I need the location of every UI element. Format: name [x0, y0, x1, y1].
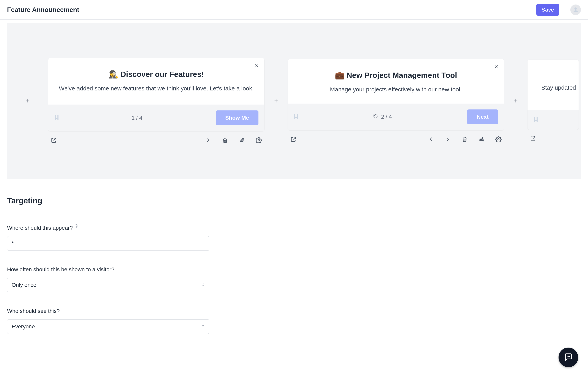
settings-button[interactable]	[256, 137, 262, 143]
add-slot-1	[264, 97, 288, 105]
svg-point-3	[258, 140, 260, 141]
card-counter: 2 / 4	[373, 114, 392, 120]
card-footer: I-I 1 / 4 Show Me	[48, 105, 264, 131]
close-button[interactable]	[494, 64, 499, 70]
delete-button[interactable]	[462, 136, 468, 142]
settings-button[interactable]	[495, 136, 501, 142]
chevron-left-icon	[428, 136, 434, 142]
where-label: Where should this appear?	[7, 225, 73, 231]
field-who: Who should see this? Everyone	[7, 308, 581, 334]
svg-point-4	[482, 138, 483, 139]
brand-glyph: I-I	[533, 116, 537, 124]
card-text: We've added some new features that we th…	[58, 84, 254, 93]
user-icon	[572, 6, 579, 13]
brand-glyph: I-I	[294, 113, 298, 121]
move-left-button[interactable]	[428, 136, 434, 142]
delete-button[interactable]	[222, 137, 228, 143]
plus-icon	[513, 98, 518, 104]
header-actions: Save	[536, 4, 581, 16]
svg-point-6	[483, 140, 484, 141]
card-2-tools	[288, 130, 504, 142]
card-title: 🕵️‍♀️ Discover our Features!	[58, 70, 254, 79]
card-3-col: Stay updated I-I	[527, 60, 579, 142]
svg-point-11	[569, 356, 570, 357]
chevron-up-down-icon	[201, 323, 205, 330]
move-right-button[interactable]	[205, 137, 211, 143]
brand-glyph: I-I	[54, 114, 58, 122]
card-text: Manage your projects effectively with ou…	[323, 85, 469, 94]
cta-button[interactable]: Show Me	[216, 110, 258, 125]
save-button[interactable]: Save	[536, 4, 559, 16]
close-icon	[494, 64, 499, 69]
plus-icon	[25, 98, 30, 104]
counter-text: 1 / 4	[132, 115, 142, 121]
how-often-label: How often should this be shown to a visi…	[7, 266, 114, 273]
card-body: 🕵️‍♀️ Discover our Features! We've added…	[48, 58, 264, 105]
move-right-button[interactable]	[445, 136, 451, 142]
who-label: Who should see this?	[7, 308, 60, 314]
external-link-icon	[290, 136, 297, 142]
card-footer: I-I 2 / 4 Next	[288, 104, 504, 130]
svg-point-10	[568, 356, 569, 357]
trash-icon	[222, 137, 228, 143]
svg-point-1	[241, 140, 242, 141]
card-counter: 1 / 4	[132, 115, 142, 121]
targeting-section: Targeting Where should this appear? How …	[0, 179, 588, 373]
page-header: Save	[0, 0, 588, 20]
title-input[interactable]	[7, 6, 86, 13]
card-2-col: 💼 New Project Management Tool Manage you…	[288, 59, 504, 142]
plus-icon	[273, 98, 279, 104]
chat-icon	[564, 353, 573, 362]
card-body: Stay updated	[527, 60, 579, 110]
external-link-icon	[51, 137, 57, 143]
chevron-right-icon	[205, 137, 211, 143]
card-footer: I-I	[527, 110, 579, 130]
gear-icon	[256, 137, 262, 143]
card-3-tools	[527, 130, 579, 142]
card-title: 💼 New Project Management Tool	[323, 71, 469, 80]
how-often-value: Only once	[7, 278, 209, 292]
open-external-button[interactable]	[51, 137, 57, 143]
sliders-icon	[478, 136, 485, 142]
card-1-tools	[48, 131, 264, 143]
info-icon[interactable]	[75, 224, 78, 229]
open-external-button[interactable]	[530, 136, 536, 142]
counter-text: 2 / 4	[381, 114, 392, 120]
card-body: 💼 New Project Management Tool Manage you…	[288, 59, 504, 104]
svg-point-5	[481, 139, 482, 140]
svg-point-9	[567, 356, 567, 357]
close-button[interactable]	[254, 63, 259, 69]
undo-icon[interactable]	[373, 114, 378, 120]
svg-point-7	[498, 139, 499, 140]
cta-button[interactable]: Next	[467, 109, 498, 124]
card-3[interactable]: Stay updated I-I	[527, 60, 579, 130]
add-card-button[interactable]	[24, 97, 31, 105]
who-select[interactable]: Everyone	[7, 319, 209, 334]
chevron-up-down-icon	[201, 282, 205, 288]
chat-fab[interactable]	[559, 348, 578, 367]
who-value: Everyone	[7, 319, 209, 334]
card-1-col: 🕵️‍♀️ Discover our Features! We've added…	[48, 58, 264, 143]
how-often-select[interactable]: Only once	[7, 278, 209, 292]
field-where: Where should this appear?	[7, 225, 581, 251]
card-text: Stay updated	[541, 83, 573, 92]
sliders-icon	[239, 137, 245, 143]
card-2[interactable]: 💼 New Project Management Tool Manage you…	[288, 59, 504, 130]
where-input[interactable]	[7, 236, 209, 251]
field-how-often: How often should this be shown to a visi…	[7, 266, 581, 292]
add-slot-0	[7, 97, 48, 105]
avatar[interactable]	[570, 4, 581, 15]
adjust-button[interactable]	[478, 136, 485, 142]
svg-point-0	[243, 139, 244, 140]
svg-point-2	[243, 141, 244, 142]
external-link-icon	[530, 136, 536, 142]
add-card-button[interactable]	[512, 97, 519, 105]
card-1[interactable]: 🕵️‍♀️ Discover our Features! We've added…	[48, 58, 264, 131]
open-external-button[interactable]	[290, 136, 297, 142]
chevron-right-icon	[445, 136, 451, 142]
cards-lane: 🕵️‍♀️ Discover our Features! We've added…	[7, 58, 579, 143]
add-card-button[interactable]	[272, 97, 280, 105]
adjust-button[interactable]	[239, 137, 245, 143]
gear-icon	[495, 136, 501, 142]
close-icon	[254, 63, 259, 68]
